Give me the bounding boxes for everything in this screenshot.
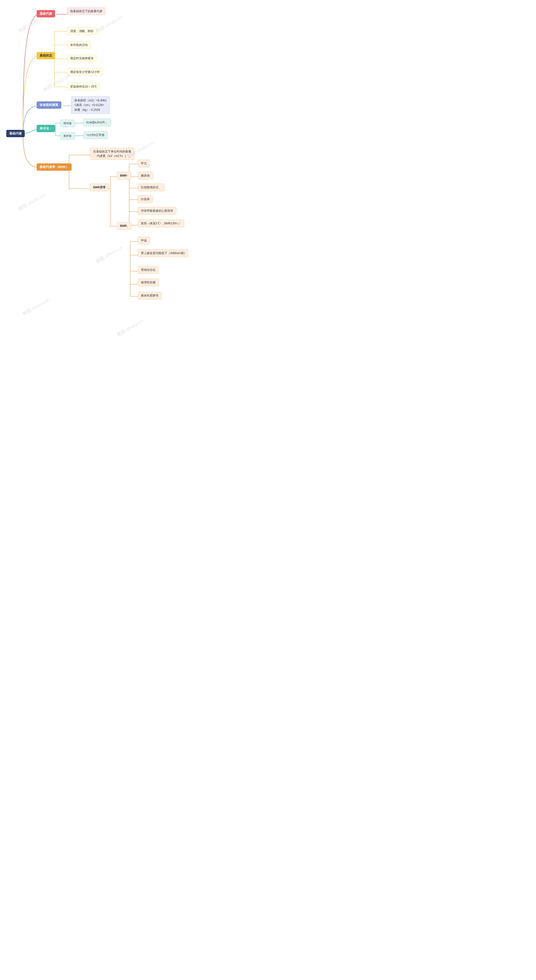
leaf-jichuzt-2: 未作肌肉活动	[67, 41, 91, 49]
branch-jichudaixie: 基础代谢	[37, 10, 55, 18]
leaf-bmr-down-4: 病理性饥饿	[138, 278, 159, 286]
node-bmr-yichang: BMR异常	[90, 183, 109, 191]
leaf-bmr-up-2: 糖尿病	[138, 172, 153, 180]
watermark: 树图 shutu.cn	[21, 297, 50, 317]
leaf-bmr-down-2: 肾上腺皮质功能低下（Addison病）	[138, 249, 188, 257]
watermark: 树图 shutu.cn	[42, 73, 71, 93]
watermark: 树图 shutu.cn	[95, 244, 124, 265]
branch-jichuzt: 基础状态	[37, 52, 55, 59]
center-node: 基础代谢	[6, 130, 25, 137]
leaf-jichuzt-4: 测定前至少空腹12小时	[67, 68, 103, 76]
leaf-bmr-down-3: 肾病综合征	[138, 266, 159, 274]
branch-bmr: 基础代谢率（BMR）	[37, 163, 72, 171]
leaf-jichuzt-3: 测定时无精神紧张	[67, 54, 97, 62]
leaf-bmr-up-4: 白血病	[138, 195, 153, 203]
leaf-bmr-up-1: 甲亢	[138, 160, 150, 167]
leaf-bmr-up-6: 发热（体温1℃↑，BMR13%↑）	[138, 220, 184, 227]
node-bmr-up: BMR↑	[117, 172, 131, 180]
svg-line-9	[23, 128, 39, 135]
sub-xiangdui-label: 相对值	[60, 132, 75, 140]
watermark: 树图 shutu.cn	[17, 192, 46, 212]
leaf-tibiao-formula: 体表面积（m2）=0.0061 ×身高（cm）+0.0128× 体重（kg）- …	[71, 96, 110, 114]
watermark: 树图 shutu.cn	[116, 318, 145, 338]
leaf-bmr-down-5: 垂体性肥胖等	[138, 292, 162, 299]
leaf-jichudaixie-desc: 指基础状态下的能量代谢	[67, 7, 105, 15]
sub-juedui-label: 绝对值	[60, 119, 75, 127]
leaf-xiangdui: <±15%正常值	[83, 131, 108, 139]
leaf-bmr-up-3: 红细胞增多症、	[138, 183, 165, 191]
leaf-bmr-up-5: 伴有呼吸困难的心脏病等	[138, 207, 176, 215]
leaf-bmr-down-1: 甲低	[138, 237, 150, 244]
watermark: 树图 shutu.cn	[95, 14, 124, 34]
leaf-bmr-desc: 在基础状态下单位时间的能量 代谢量［kJ/（m2·h）］	[90, 148, 134, 160]
leaf-juedui: kcal或kJ/m2/h；	[83, 119, 111, 126]
branch-biaoshifa: 表示法：	[37, 125, 55, 132]
node-bmr-down: BMR↓	[117, 222, 131, 230]
leaf-jichuzt-1: 清晨、清醒、静卧	[67, 27, 97, 35]
branch-tibiao: 体表面积测算	[37, 101, 61, 109]
leaf-jichuzt-5: 室温保持在20～25℃	[67, 83, 100, 91]
